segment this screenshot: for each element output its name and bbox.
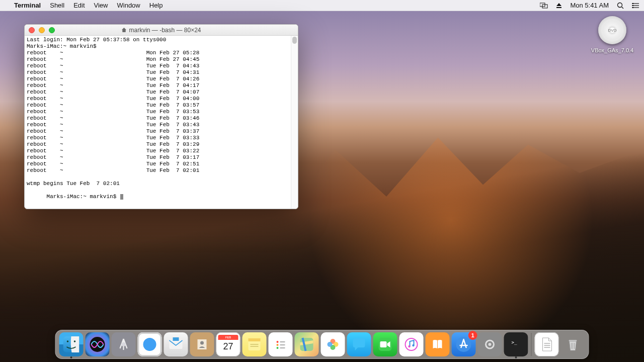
dock-notes-icon[interactable] [243,332,267,356]
notification-center-icon[interactable] [632,3,639,9]
dock-ibooks-icon[interactable] [426,332,450,356]
dock-reminders-icon[interactable] [269,332,293,356]
dock-system-preferences-icon[interactable] [478,332,502,356]
dock-siri-icon[interactable] [86,332,110,356]
dock-finder-icon[interactable] [59,332,84,356]
terminal-scrollbar[interactable] [291,36,298,209]
dock-maps-icon[interactable] [295,332,319,356]
scrollbar-thumb[interactable] [292,37,297,44]
svg-point-38 [328,342,333,347]
calendar-day-label: 27 [216,341,240,352]
svg-point-9 [632,7,633,8]
terminal-title: markvin — -bash — 80×24 [25,27,298,34]
menubar-clock[interactable]: Mon 5:41 AM [570,2,609,9]
dvd-disc-icon: DVD [598,16,626,44]
dock-terminal-icon[interactable]: >_ [504,332,528,356]
svg-point-11 [67,340,69,342]
svg-point-28 [277,341,279,343]
dock-itunes-icon[interactable] [399,332,424,356]
spotlight-search-icon[interactable] [617,2,624,9]
home-icon [121,27,127,33]
dock-facetime-icon[interactable] [373,332,397,356]
dock-mail-icon[interactable] [164,332,188,356]
menu-shell[interactable]: Shell [50,2,64,9]
dock-appstore-icon[interactable]: 1 [452,332,476,356]
svg-rect-24 [249,338,261,341]
terminal-cursor [120,194,123,200]
svg-point-22 [200,341,204,345]
calendar-month-label: FEB [218,335,238,340]
svg-point-15 [122,342,126,346]
appstore-badge: 1 [468,331,477,340]
desktop-dvd-icon[interactable]: DVD VBox_GAs_7.0.4 [590,16,635,53]
eject-icon[interactable] [556,3,562,9]
dock-trash-icon[interactable] [561,332,585,356]
dock-messages-icon[interactable] [347,332,371,356]
svg-rect-56 [569,340,577,341]
desktop-icon-label: VBox_GAs_7.0.4 [590,47,635,53]
svg-text:>_: >_ [512,340,517,345]
menubar-app-name[interactable]: Terminal [14,2,41,9]
terminal-titlebar[interactable]: markvin — -bash — 80×24 [25,25,298,36]
svg-point-30 [277,347,279,349]
svg-point-7 [632,3,633,4]
menu-edit[interactable]: Edit [73,2,85,9]
dock-document-icon[interactable] [535,332,559,356]
displays-icon[interactable] [540,3,548,9]
terminal-output[interactable]: Last login: Mon Feb 27 05:37:58 on ttys0… [25,36,298,209]
terminal-window[interactable]: markvin — -bash — 80×24 Last login: Mon … [24,24,298,209]
svg-rect-40 [380,341,387,347]
dock-safari-icon[interactable] [138,332,162,356]
svg-rect-19 [173,337,179,341]
desktop[interactable]: Terminal Shell Edit View Window Help Mon… [0,0,644,362]
dock-contacts-icon[interactable] [190,332,214,356]
svg-point-2 [618,3,622,7]
dock-calendar-icon[interactable]: FEB 27 [216,332,240,356]
dock-separator [531,333,532,356]
svg-line-3 [622,7,624,9]
svg-point-41 [405,337,419,351]
dock-photos-icon[interactable] [321,332,345,356]
svg-point-50 [489,343,492,346]
svg-rect-27 [275,338,287,350]
svg-point-8 [632,5,633,6]
dock-launchpad-icon[interactable] [112,332,136,356]
dock: FEB 27 1 >_ [55,330,589,359]
svg-point-44 [412,344,414,346]
svg-rect-18 [170,340,183,349]
menu-view[interactable]: View [94,2,108,9]
menu-window[interactable]: Window [117,2,140,9]
svg-point-29 [277,344,279,346]
svg-point-12 [74,340,76,342]
svg-point-43 [408,345,410,347]
menu-help[interactable]: Help [149,2,163,9]
menubar: Terminal Shell Edit View Window Help Mon… [0,0,644,11]
